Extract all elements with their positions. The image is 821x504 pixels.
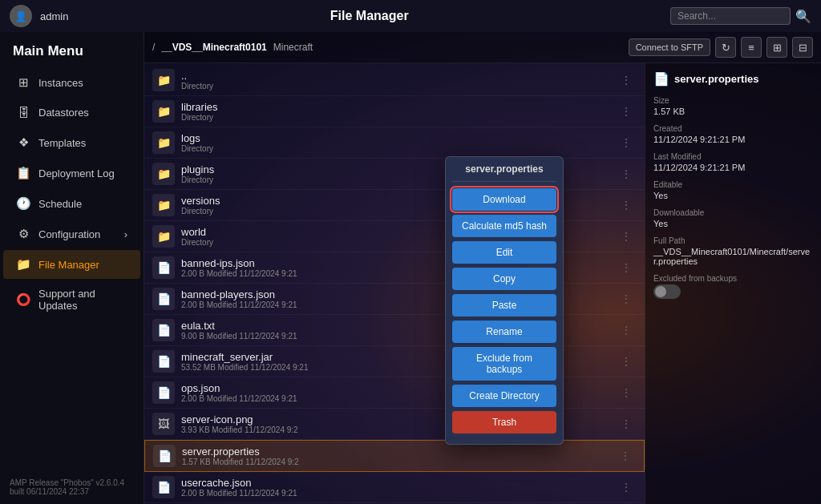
templates-icon: ❖ <box>16 135 30 150</box>
sidebar-item-datastores[interactable]: 🗄 Datastores <box>3 99 140 127</box>
rename-button[interactable]: Rename <box>452 321 556 343</box>
main-layout: Main Menu ⊞ Instances 🗄 Datastores ❖ Tem… <box>0 32 821 504</box>
sidebar-item-support[interactable]: ⭕ Support and Updates <box>3 280 140 319</box>
version-info: AMP Release "Phobos" v2.6.0.4 built 06/1… <box>0 470 144 504</box>
schedule-icon: 🕐 <box>16 196 30 211</box>
username-label: admin <box>40 10 68 22</box>
copy-button[interactable]: Copy <box>452 268 556 290</box>
fm-inner: / __VDS__Minecraft0101 Minecraft Connect… <box>144 32 821 504</box>
sidebar-item-label: Deployment Log <box>38 167 115 179</box>
instances-icon: ⊞ <box>16 75 30 90</box>
search-button[interactable]: 🔍 <box>795 9 811 24</box>
sidebar-item-instances[interactable]: ⊞ Instances <box>3 68 140 97</box>
sidebar-item-deployment-log[interactable]: 📋 Deployment Log <box>3 159 140 187</box>
download-button[interactable]: Download <box>452 188 556 211</box>
paste-button[interactable]: Paste <box>452 294 556 317</box>
sidebar-item-label: Schedule <box>38 198 82 210</box>
deployment-icon: 📋 <box>16 166 30 180</box>
sidebar-item-label: Templates <box>38 137 86 149</box>
config-icon: ⚙ <box>16 227 30 241</box>
page-title: File Manager <box>76 9 662 23</box>
calculate-md5-button[interactable]: Calculate md5 hash <box>452 215 556 237</box>
search-area: 🔍 <box>670 7 811 25</box>
avatar: 👤 <box>10 5 32 27</box>
sidebar-item-templates[interactable]: ❖ Templates <box>3 128 140 157</box>
sidebar-title: Main Menu <box>0 32 144 67</box>
context-menu-overlay: server.properties Download Calculate md5… <box>144 32 821 504</box>
edit-button[interactable]: Edit <box>452 241 556 264</box>
sidebar: Main Menu ⊞ Instances 🗄 Datastores ❖ Tem… <box>0 32 144 504</box>
sidebar-item-label: Configuration <box>38 228 100 240</box>
top-bar: 👤 admin File Manager 🔍 <box>0 0 821 32</box>
context-menu: server.properties Download Calculate md5… <box>445 156 564 445</box>
file-manager-panel: / __VDS__Minecraft0101 Minecraft Connect… <box>144 32 821 504</box>
support-icon: ⭕ <box>16 292 30 307</box>
sidebar-item-schedule[interactable]: 🕐 Schedule <box>3 189 140 218</box>
sidebar-item-configuration[interactable]: ⚙ Configuration › <box>3 220 140 248</box>
sidebar-item-label: File Manager <box>38 259 99 271</box>
chevron-right-icon: › <box>124 228 127 240</box>
trash-button[interactable]: Trash <box>452 411 556 433</box>
sidebar-item-label: Instances <box>38 77 83 89</box>
sidebar-item-label: Support and Updates <box>38 288 127 312</box>
exclude-backups-button[interactable]: Exclude from backups <box>452 347 556 381</box>
file-manager-icon: 📁 <box>16 257 30 272</box>
search-input[interactable] <box>670 7 791 25</box>
sidebar-item-label: Datastores <box>38 107 89 119</box>
datastores-icon: 🗄 <box>16 106 30 119</box>
sidebar-item-file-manager[interactable]: 📁 File Manager <box>3 250 140 279</box>
create-directory-button[interactable]: Create Directory <box>452 385 556 407</box>
context-menu-title: server.properties <box>452 163 556 182</box>
